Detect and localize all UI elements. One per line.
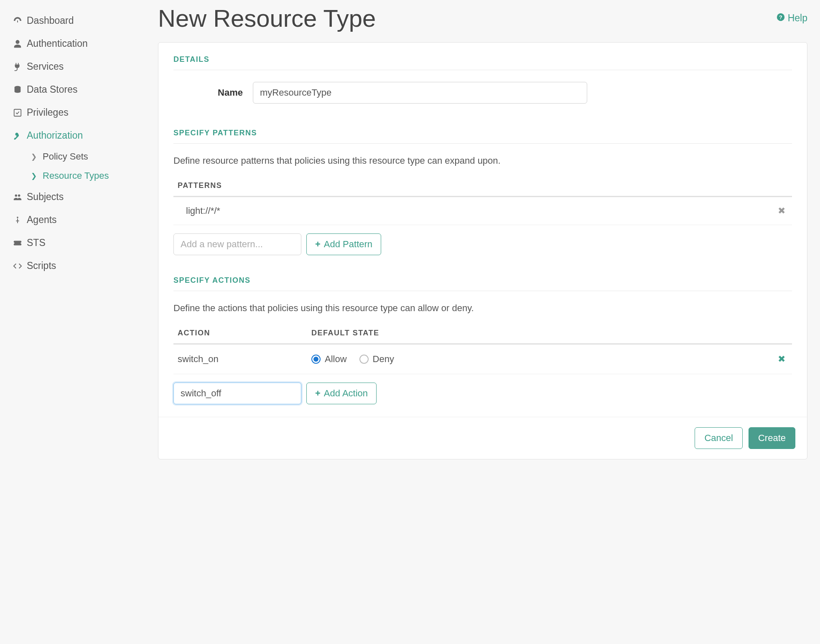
- users-icon: [13, 193, 23, 202]
- sidebar-item-label: Agents: [27, 214, 57, 226]
- user-icon: [13, 39, 23, 48]
- remove-pattern-icon[interactable]: ✖: [775, 205, 788, 216]
- chevron-right-icon: ❯: [31, 152, 37, 161]
- remove-action-icon[interactable]: ✖: [775, 354, 788, 365]
- radio-icon: [359, 355, 369, 364]
- radio-deny-label: Deny: [373, 354, 394, 365]
- ticket-icon: [13, 238, 23, 248]
- help-icon: ?: [776, 13, 785, 24]
- plus-icon: +: [315, 239, 321, 250]
- actions-table-header: ACTION DEFAULT STATE: [173, 329, 792, 345]
- plus-icon: +: [315, 388, 321, 399]
- sidebar-item-agents[interactable]: Agents: [0, 208, 158, 231]
- default-state-radio-group: Allow Deny: [311, 354, 775, 365]
- sidebar-item-label: Authentication: [27, 38, 88, 49]
- sidebar-subitem-policy-sets[interactable]: ❯ Policy Sets: [0, 147, 158, 166]
- sidebar-item-label: Authorization: [27, 130, 83, 141]
- add-pattern-label: Add Pattern: [324, 239, 372, 250]
- key-icon: [13, 131, 23, 140]
- radio-allow[interactable]: Allow: [311, 354, 347, 365]
- check-square-icon: [13, 108, 23, 117]
- sidebar-item-privileges[interactable]: Privileges: [0, 101, 158, 124]
- sidebar-item-services[interactable]: Services: [0, 55, 158, 78]
- plug-icon: [13, 62, 23, 71]
- section-patterns-heading: SPECIFY PATTERNS: [173, 129, 792, 144]
- svg-text:?: ?: [779, 14, 782, 20]
- add-pattern-button[interactable]: + Add Pattern: [306, 233, 381, 255]
- sidebar-item-label: Subjects: [27, 191, 64, 203]
- name-row: Name: [173, 82, 792, 104]
- sidebar-subitem-resource-types[interactable]: ❯ Resource Types: [0, 166, 158, 185]
- sidebar-item-data-stores[interactable]: Data Stores: [0, 78, 158, 101]
- new-action-input[interactable]: [173, 383, 301, 404]
- section-actions-heading: SPECIFY ACTIONS: [173, 276, 792, 291]
- cancel-button[interactable]: Cancel: [695, 427, 742, 449]
- sidebar-item-label: Services: [27, 61, 64, 72]
- action-name: switch_on: [178, 354, 311, 365]
- chevron-right-icon: ❯: [31, 172, 37, 180]
- sidebar-item-label: STS: [27, 237, 46, 248]
- create-button[interactable]: Create: [749, 427, 795, 449]
- add-action-row: + Add Action: [173, 383, 792, 404]
- agent-icon: [13, 216, 23, 225]
- sidebar-item-sts[interactable]: STS: [0, 231, 158, 254]
- sidebar-item-label: Privileges: [27, 107, 69, 118]
- add-action-button[interactable]: + Add Action: [306, 383, 377, 404]
- code-icon: [13, 261, 23, 271]
- sidebar-item-label: Dashboard: [27, 15, 74, 26]
- add-pattern-row: + Add Pattern: [173, 233, 792, 255]
- help-link[interactable]: ? Help: [776, 13, 807, 24]
- action-row: switch_on Allow Deny ✖: [173, 345, 792, 374]
- radio-deny[interactable]: Deny: [359, 354, 394, 365]
- name-input[interactable]: [253, 82, 587, 104]
- radio-icon: [311, 355, 321, 364]
- add-action-label: Add Action: [324, 388, 368, 399]
- pattern-value: light://*/*: [186, 205, 775, 216]
- sidebar-item-label: Scripts: [27, 260, 56, 271]
- name-label: Name: [173, 87, 253, 98]
- form-panel: DETAILS Name SPECIFY PATTERNS Define res…: [158, 42, 807, 459]
- column-action: ACTION: [178, 329, 311, 337]
- sidebar-item-authorization[interactable]: Authorization: [0, 124, 158, 147]
- patterns-table-heading: PATTERNS: [173, 181, 792, 197]
- pattern-row: light://*/* ✖: [173, 197, 792, 225]
- section-details-heading: DETAILS: [173, 55, 792, 70]
- actions-description: Define the actions that policies using t…: [173, 303, 792, 314]
- sidebar-item-authentication[interactable]: Authentication: [0, 32, 158, 55]
- database-icon: [13, 85, 23, 94]
- sidebar-subitem-label: Resource Types: [43, 170, 109, 181]
- patterns-description: Define resource patterns that policies u…: [173, 155, 792, 166]
- sidebar: Dashboard Authentication Services Data S…: [0, 0, 158, 644]
- page-header: New Resource Type ? Help: [158, 0, 807, 42]
- panel-footer: Cancel Create: [158, 417, 807, 459]
- help-label: Help: [788, 13, 807, 24]
- sidebar-item-dashboard[interactable]: Dashboard: [0, 9, 158, 32]
- svg-point-2: [17, 216, 18, 218]
- column-default-state: DEFAULT STATE: [311, 329, 788, 337]
- radio-allow-label: Allow: [325, 354, 347, 365]
- sidebar-item-subjects[interactable]: Subjects: [0, 185, 158, 208]
- sidebar-item-label: Data Stores: [27, 84, 77, 95]
- main-content: New Resource Type ? Help DETAILS Name SP…: [158, 0, 820, 644]
- dashboard-icon: [13, 16, 23, 25]
- svg-rect-1: [14, 109, 21, 116]
- page-title: New Resource Type: [158, 4, 376, 32]
- sidebar-item-scripts[interactable]: Scripts: [0, 254, 158, 277]
- new-pattern-input[interactable]: [173, 233, 301, 255]
- sidebar-subitem-label: Policy Sets: [43, 151, 88, 162]
